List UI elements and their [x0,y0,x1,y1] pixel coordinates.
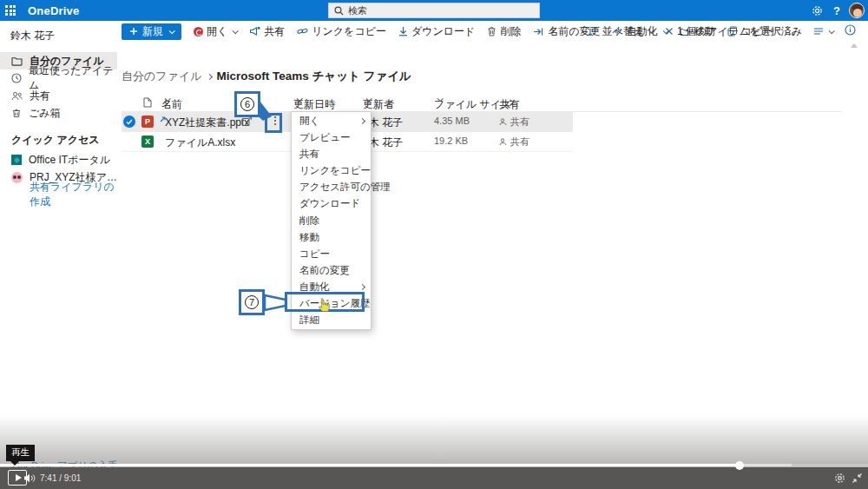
shared-person-icon [499,138,507,146]
delete-button[interactable]: 削除 [487,24,521,39]
selection-count-label: 1 個のアイテムを選択済み [677,24,802,39]
link-icon [297,26,308,36]
new-button[interactable]: 新規 [122,23,181,40]
menu-item-manage-access[interactable]: アクセス許可の管理 [292,179,371,195]
menu-item-rename[interactable]: 名前の変更 [292,262,371,279]
annotation-step-7: 7 [239,289,265,315]
open-label: 開く [207,24,227,39]
menu-item-delete[interactable]: 削除 [292,213,371,229]
close-icon [665,27,674,36]
powerpoint-icon [194,27,203,36]
recycle-bin-label: ごみ箱 [29,106,61,121]
excel-file-icon: X [141,135,154,148]
shared-person-icon [499,118,507,126]
video-timestamp: 7:41 / 9:01 [40,473,81,483]
search-input[interactable]: 検索 [328,3,540,18]
breadcrumb-separator-icon [206,74,212,80]
recycle-bin-icon [11,108,22,118]
check-icon [126,119,133,125]
player-settings-button[interactable] [834,472,845,487]
share-label: 共有 [264,24,285,39]
progress-played [0,464,740,466]
trash-icon [487,26,496,36]
chevron-down-icon [233,28,239,34]
command-bar: 新規 開く 共有 リンクをコピー ダウンロード 削除 [117,21,868,42]
onedrive-page: OneDrive 検索 ? 新規 開く [0,0,868,489]
annotation-step-6: 6 [234,91,260,117]
info-pane-button[interactable] [845,24,856,38]
quick-access-header: クイック アクセス [0,122,117,151]
share-button[interactable]: 共有 [249,24,285,39]
info-icon [845,24,856,36]
app-launcher-icon[interactable] [0,0,21,21]
app-title: OneDrive [28,4,79,17]
shrink-icon [852,472,863,484]
create-shared-library-link[interactable]: 共有ライブラリの作成 [0,186,117,203]
row-selected-checkbox[interactable] [123,116,135,128]
clear-selection-button[interactable]: 1 個のアイテムを選択済み [665,24,802,39]
folder-icon [11,56,23,66]
file-list-header: 名前 更新日時 更新者 ファイル サイズ 共有 [122,94,842,112]
clock-icon [11,73,22,83]
copy-link-button[interactable]: リンクをコピー [297,24,386,39]
share-action-icon[interactable] [241,116,253,129]
chevron-down-icon [649,28,655,34]
sidebar-item-recent[interactable]: 最近使ったアイテム [0,69,117,87]
powerpoint-file-icon: P [141,116,154,128]
view-options-button[interactable] [813,27,833,36]
menu-item-share[interactable]: 共有 [292,146,371,162]
file-name[interactable]: XYZ社提案書.pptx [165,116,249,130]
menu-item-copy-link[interactable]: リンクをコピー [292,162,371,179]
download-button[interactable]: ダウンロード [398,24,475,39]
gear-icon [834,472,845,484]
video-bottom-gradient [0,415,868,467]
share-icon [249,26,260,36]
file-type-column-icon [143,97,152,110]
sharing-status[interactable]: 共有 [499,135,529,149]
progress-handle[interactable] [735,461,744,470]
new-label: 新規 [142,24,163,39]
step-number: 7 [245,295,259,309]
sort-button[interactable]: 並べ替え [588,24,654,39]
copy-link-label: リンクをコピー [312,24,386,39]
file-name[interactable]: ファイルA.xlsx [165,135,235,150]
rename-icon [533,27,544,36]
sidebar: 鈴木 花子 自分のファイル 最近使ったアイテム 共有 ごみ箱 クイック アクセス… [0,21,117,467]
sort-icon [588,27,598,36]
menu-item-move[interactable]: 移動 [292,229,371,246]
sharing-label: 共有 [510,116,529,129]
volume-icon [23,472,36,484]
sidebar-item-recycle-bin[interactable]: ごみ箱 [0,104,117,122]
volume-button[interactable] [23,472,36,487]
sharing-status[interactable]: 共有 [499,116,529,129]
view-list-icon [813,27,824,36]
sharing-label: 共有 [510,135,529,149]
scrollbar-up-arrow[interactable] [851,43,858,48]
menu-item-preview[interactable]: プレビュー [292,129,371,146]
file-size-value: 19.2 KB [434,135,468,146]
highlight-more-actions [265,113,282,133]
menu-item-details[interactable]: 詳細 [292,312,371,328]
avatar[interactable] [849,3,865,18]
breadcrumb-root[interactable]: 自分のファイル [122,69,202,84]
video-progress-bar[interactable] [0,464,868,466]
play-tooltip: 再生 [6,445,35,461]
open-button[interactable]: 開く [194,24,237,39]
portal-label: Office ITポータル [29,153,110,168]
submenu-arrow-icon [359,284,365,290]
sidebar-item-portal[interactable]: Office ITポータル [0,151,117,169]
account-name: 鈴木 花子 [0,21,117,52]
settings-gear-icon[interactable] [809,3,825,18]
submenu-arrow-icon [359,118,365,124]
sort-label: 並べ替え [602,24,644,39]
search-icon [334,6,344,16]
menu-item-open[interactable]: 開く [292,113,371,129]
exit-fullscreen-button[interactable] [852,472,863,487]
video-player-bar [0,467,868,489]
menu-item-copy[interactable]: コピー [292,246,371,262]
people-icon [11,91,23,101]
help-icon[interactable]: ? [833,4,840,17]
play-icon [16,474,22,481]
download-label: ダウンロード [411,24,475,39]
menu-item-download[interactable]: ダウンロード [292,195,371,212]
